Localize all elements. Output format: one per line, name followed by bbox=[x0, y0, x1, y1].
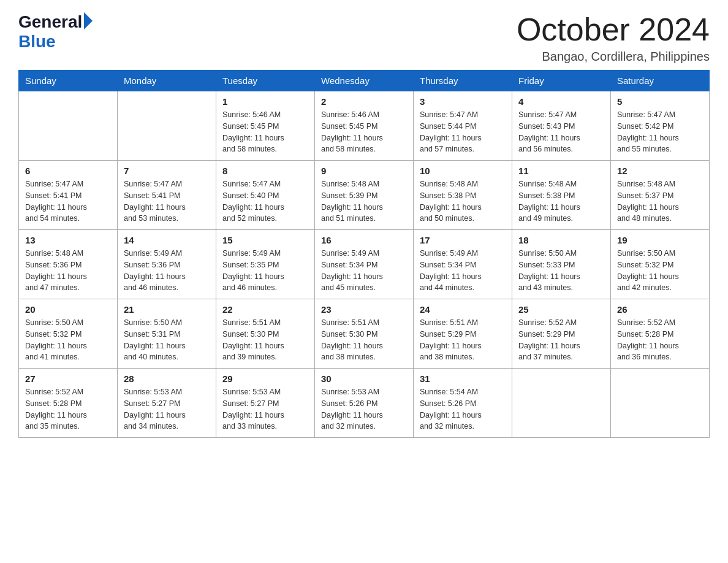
day-info: Sunrise: 5:46 AMSunset: 5:45 PMDaylight:… bbox=[222, 109, 308, 155]
calendar-header-monday: Monday bbox=[118, 71, 216, 91]
day-number: 20 bbox=[25, 304, 111, 315]
day-info: Sunrise: 5:50 AMSunset: 5:32 PMDaylight:… bbox=[617, 248, 703, 294]
calendar-cell: 24Sunrise: 5:51 AMSunset: 5:29 PMDayligh… bbox=[414, 299, 512, 369]
calendar-cell: 20Sunrise: 5:50 AMSunset: 5:32 PMDayligh… bbox=[19, 299, 118, 369]
day-info: Sunrise: 5:47 AMSunset: 5:43 PMDaylight:… bbox=[518, 109, 604, 155]
calendar-cell: 7Sunrise: 5:47 AMSunset: 5:41 PMDaylight… bbox=[118, 161, 216, 230]
day-info: Sunrise: 5:49 AMSunset: 5:35 PMDaylight:… bbox=[222, 248, 308, 294]
day-number: 31 bbox=[420, 373, 506, 384]
calendar-cell: 23Sunrise: 5:51 AMSunset: 5:30 PMDayligh… bbox=[315, 299, 414, 369]
day-number: 22 bbox=[222, 304, 308, 315]
day-info: Sunrise: 5:49 AMSunset: 5:36 PMDaylight:… bbox=[124, 248, 210, 294]
calendar-cell bbox=[19, 91, 118, 161]
day-info: Sunrise: 5:50 AMSunset: 5:33 PMDaylight:… bbox=[518, 248, 604, 294]
day-number: 12 bbox=[617, 166, 703, 176]
day-number: 13 bbox=[25, 235, 111, 245]
day-number: 6 bbox=[25, 166, 111, 176]
day-number: 14 bbox=[124, 235, 210, 245]
logo: General Blue bbox=[18, 12, 93, 52]
calendar-cell: 15Sunrise: 5:49 AMSunset: 5:35 PMDayligh… bbox=[216, 230, 315, 299]
calendar-cell bbox=[611, 369, 710, 438]
title-section: October 2024 Bangao, Cordillera, Philipp… bbox=[517, 12, 710, 64]
day-number: 19 bbox=[617, 235, 703, 245]
day-number: 27 bbox=[25, 373, 111, 384]
day-info: Sunrise: 5:48 AMSunset: 5:38 PMDaylight:… bbox=[420, 178, 506, 224]
calendar-cell: 11Sunrise: 5:48 AMSunset: 5:38 PMDayligh… bbox=[512, 161, 611, 230]
calendar-header-row: SundayMondayTuesdayWednesdayThursdayFrid… bbox=[19, 71, 710, 91]
calendar-week-row: 1Sunrise: 5:46 AMSunset: 5:45 PMDaylight… bbox=[19, 91, 710, 161]
day-info: Sunrise: 5:52 AMSunset: 5:29 PMDaylight:… bbox=[518, 317, 604, 363]
day-info: Sunrise: 5:47 AMSunset: 5:40 PMDaylight:… bbox=[222, 178, 308, 224]
day-number: 28 bbox=[124, 373, 210, 384]
calendar-cell: 17Sunrise: 5:49 AMSunset: 5:34 PMDayligh… bbox=[414, 230, 512, 299]
day-info: Sunrise: 5:53 AMSunset: 5:27 PMDaylight:… bbox=[222, 386, 308, 432]
calendar-cell bbox=[512, 369, 611, 438]
calendar-cell: 6Sunrise: 5:47 AMSunset: 5:41 PMDaylight… bbox=[19, 161, 118, 230]
day-number: 2 bbox=[321, 96, 407, 107]
day-info: Sunrise: 5:48 AMSunset: 5:36 PMDaylight:… bbox=[25, 248, 111, 294]
calendar-cell: 3Sunrise: 5:47 AMSunset: 5:44 PMDaylight… bbox=[414, 91, 512, 161]
calendar-cell: 4Sunrise: 5:47 AMSunset: 5:43 PMDaylight… bbox=[512, 91, 611, 161]
calendar-cell: 19Sunrise: 5:50 AMSunset: 5:32 PMDayligh… bbox=[611, 230, 710, 299]
day-number: 29 bbox=[222, 373, 308, 384]
calendar-cell: 12Sunrise: 5:48 AMSunset: 5:37 PMDayligh… bbox=[611, 161, 710, 230]
calendar-week-row: 6Sunrise: 5:47 AMSunset: 5:41 PMDaylight… bbox=[19, 161, 710, 230]
calendar-cell: 5Sunrise: 5:47 AMSunset: 5:42 PMDaylight… bbox=[611, 91, 710, 161]
day-info: Sunrise: 5:47 AMSunset: 5:42 PMDaylight:… bbox=[617, 109, 703, 155]
day-info: Sunrise: 5:50 AMSunset: 5:32 PMDaylight:… bbox=[25, 317, 111, 363]
calendar-cell: 10Sunrise: 5:48 AMSunset: 5:38 PMDayligh… bbox=[414, 161, 512, 230]
calendar-cell: 30Sunrise: 5:53 AMSunset: 5:26 PMDayligh… bbox=[315, 369, 414, 438]
day-info: Sunrise: 5:48 AMSunset: 5:37 PMDaylight:… bbox=[617, 178, 703, 224]
day-number: 7 bbox=[124, 166, 210, 176]
day-info: Sunrise: 5:54 AMSunset: 5:26 PMDaylight:… bbox=[420, 386, 506, 432]
calendar-cell: 22Sunrise: 5:51 AMSunset: 5:30 PMDayligh… bbox=[216, 299, 315, 369]
location-title: Bangao, Cordillera, Philippines bbox=[517, 50, 710, 64]
day-info: Sunrise: 5:47 AMSunset: 5:44 PMDaylight:… bbox=[420, 109, 506, 155]
day-number: 24 bbox=[420, 304, 506, 315]
day-info: Sunrise: 5:49 AMSunset: 5:34 PMDaylight:… bbox=[420, 248, 506, 294]
calendar-cell bbox=[118, 91, 216, 161]
day-info: Sunrise: 5:53 AMSunset: 5:27 PMDaylight:… bbox=[124, 386, 210, 432]
logo-blue-text: Blue bbox=[18, 32, 56, 52]
calendar-cell: 28Sunrise: 5:53 AMSunset: 5:27 PMDayligh… bbox=[118, 369, 216, 438]
calendar-header-thursday: Thursday bbox=[414, 71, 512, 91]
calendar-header-sunday: Sunday bbox=[19, 71, 118, 91]
day-number: 4 bbox=[518, 96, 604, 107]
day-info: Sunrise: 5:52 AMSunset: 5:28 PMDaylight:… bbox=[617, 317, 703, 363]
day-number: 11 bbox=[518, 166, 604, 176]
day-info: Sunrise: 5:50 AMSunset: 5:31 PMDaylight:… bbox=[124, 317, 210, 363]
day-number: 15 bbox=[222, 235, 308, 245]
calendar-cell: 26Sunrise: 5:52 AMSunset: 5:28 PMDayligh… bbox=[611, 299, 710, 369]
day-info: Sunrise: 5:48 AMSunset: 5:38 PMDaylight:… bbox=[518, 178, 604, 224]
calendar-header-wednesday: Wednesday bbox=[315, 71, 414, 91]
calendar-cell: 21Sunrise: 5:50 AMSunset: 5:31 PMDayligh… bbox=[118, 299, 216, 369]
day-info: Sunrise: 5:51 AMSunset: 5:30 PMDaylight:… bbox=[222, 317, 308, 363]
calendar-cell: 29Sunrise: 5:53 AMSunset: 5:27 PMDayligh… bbox=[216, 369, 315, 438]
day-number: 21 bbox=[124, 304, 210, 315]
month-title: October 2024 bbox=[517, 12, 710, 47]
calendar-week-row: 27Sunrise: 5:52 AMSunset: 5:28 PMDayligh… bbox=[19, 369, 710, 438]
calendar-cell: 2Sunrise: 5:46 AMSunset: 5:45 PMDaylight… bbox=[315, 91, 414, 161]
day-info: Sunrise: 5:47 AMSunset: 5:41 PMDaylight:… bbox=[124, 178, 210, 224]
calendar-header-tuesday: Tuesday bbox=[216, 71, 315, 91]
day-info: Sunrise: 5:51 AMSunset: 5:30 PMDaylight:… bbox=[321, 317, 407, 363]
day-number: 5 bbox=[617, 96, 703, 107]
day-number: 18 bbox=[518, 235, 604, 245]
calendar-table: SundayMondayTuesdayWednesdayThursdayFrid… bbox=[18, 70, 710, 438]
page-header: General Blue October 2024 Bangao, Cordil… bbox=[18, 12, 710, 64]
calendar-cell: 1Sunrise: 5:46 AMSunset: 5:45 PMDaylight… bbox=[216, 91, 315, 161]
day-number: 25 bbox=[518, 304, 604, 315]
day-number: 23 bbox=[321, 304, 407, 315]
logo-arrow-icon bbox=[84, 12, 93, 29]
day-number: 1 bbox=[222, 96, 308, 107]
day-number: 30 bbox=[321, 373, 407, 384]
calendar-cell: 16Sunrise: 5:49 AMSunset: 5:34 PMDayligh… bbox=[315, 230, 414, 299]
day-info: Sunrise: 5:48 AMSunset: 5:39 PMDaylight:… bbox=[321, 178, 407, 224]
day-info: Sunrise: 5:52 AMSunset: 5:28 PMDaylight:… bbox=[25, 386, 111, 432]
calendar-cell: 25Sunrise: 5:52 AMSunset: 5:29 PMDayligh… bbox=[512, 299, 611, 369]
calendar-cell: 31Sunrise: 5:54 AMSunset: 5:26 PMDayligh… bbox=[414, 369, 512, 438]
day-number: 10 bbox=[420, 166, 506, 176]
day-info: Sunrise: 5:49 AMSunset: 5:34 PMDaylight:… bbox=[321, 248, 407, 294]
calendar-header-saturday: Saturday bbox=[611, 71, 710, 91]
logo-general-text: General bbox=[18, 12, 82, 32]
